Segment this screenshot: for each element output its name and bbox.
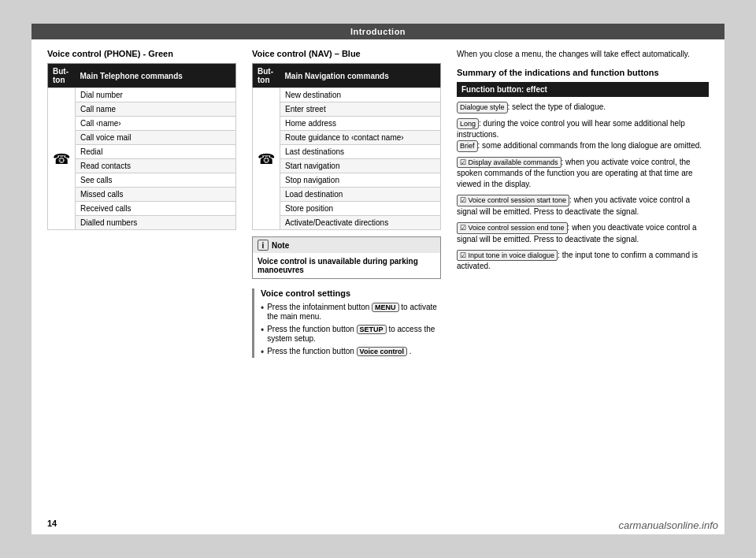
telephone-commands-table: But-ton Main Telephone commands ☎Dial nu… <box>47 63 236 230</box>
middle-column: Voice control (NAV) – Blue But-ton Main … <box>252 49 441 362</box>
button-badge: SETUP <box>357 325 387 334</box>
summary-item: ☑ Display available commands: when you a… <box>457 157 709 191</box>
bullet-icon: • <box>261 303 264 314</box>
header-bar: Introduction <box>32 24 724 39</box>
watermark: carmanualsonline.info <box>613 516 724 534</box>
checkbox-badge: ☑ Input tone in voice dialogue <box>457 250 558 262</box>
note-title: Note <box>272 241 289 250</box>
table-row: Enter street <box>280 102 441 117</box>
summary-item: ☑ Voice control session start tone: when… <box>457 195 709 218</box>
summary-item: ☑ Input tone in voice dialogue: the inpu… <box>457 250 709 273</box>
table-row: Activate/Deactivate directions <box>280 216 441 230</box>
voice-settings-title: Voice control settings <box>261 288 441 298</box>
left-section-title: Voice control (PHONE) - Green <box>47 49 236 58</box>
bullet-icon: • <box>261 325 264 336</box>
table-row: Read contacts <box>76 159 236 173</box>
nav-col2-header: Main Navigation commands <box>280 64 441 88</box>
summary-item: Long: during the voice control you will … <box>457 118 709 152</box>
table-row: Dialled numbers <box>76 216 236 230</box>
left-column: Voice control (PHONE) - Green But-ton Ma… <box>47 49 236 362</box>
table-row: See calls <box>76 173 236 188</box>
note-icon: i <box>258 240 269 251</box>
dialogue-style-badge: Dialogue style <box>457 102 508 113</box>
button-badge: Voice control <box>357 347 407 356</box>
long-badge: Long <box>457 118 479 130</box>
page-number: 14 <box>47 519 57 528</box>
summary-item: ☑ Voice control session end tone: when y… <box>457 222 709 245</box>
brief-badge: Brief <box>457 140 478 152</box>
table-row: Stop navigation <box>280 173 441 188</box>
table-row: Load destination <box>280 188 441 202</box>
checkbox-badge: ☑ Voice control session start tone <box>457 195 569 206</box>
note-header: i Note <box>253 237 440 253</box>
table-row: Last destinations <box>280 145 441 159</box>
table-row: Store position <box>280 202 441 216</box>
list-item: •Press the function button Voice control… <box>261 347 441 358</box>
intro-text: When you close a menu, the changes will … <box>457 49 709 60</box>
table-row: Missed calls <box>76 188 236 202</box>
checkbox-badge: ☑ Voice control session end tone <box>457 222 568 234</box>
voice-settings-list: •Press the infotainment button MENU to a… <box>261 303 441 358</box>
nav-icon-cell: ☎ <box>253 88 280 230</box>
middle-section-title: Voice control (NAV) – Blue <box>252 49 441 58</box>
voice-settings-box: Voice control settings •Press the infota… <box>252 288 441 358</box>
summary-item: Dialogue style: select the type of dialo… <box>457 102 709 113</box>
table-row: Dial number <box>76 88 236 102</box>
button-badge: MENU <box>372 303 399 312</box>
nav-col1-header: But-ton <box>253 64 280 88</box>
col2-header: Main Telephone commands <box>76 64 236 88</box>
table-row: Redial <box>76 145 236 159</box>
col1-header: But-ton <box>48 64 76 88</box>
table-row: Call name <box>76 102 236 117</box>
function-header: Function button: effect <box>457 82 709 97</box>
checkbox-badge: ☑ Display available commands <box>457 157 561 169</box>
nav-commands-table: But-ton Main Navigation commands ☎New de… <box>252 63 441 230</box>
table-row: Call voice mail <box>76 131 236 145</box>
summary-items-list: Dialogue style: select the type of dialo… <box>457 102 709 272</box>
table-row: New destination <box>280 88 441 102</box>
header-title: Introduction <box>350 27 406 36</box>
page: Introduction Voice control (PHONE) - Gre… <box>32 24 724 534</box>
table-row: Start navigation <box>280 159 441 173</box>
note-body: Voice control is unavailable during park… <box>253 253 440 278</box>
phone-icon-cell: ☎ <box>48 88 76 230</box>
note-box: i Note Voice control is unavailable duri… <box>252 236 441 279</box>
list-item: •Press the infotainment button MENU to a… <box>261 303 441 321</box>
table-row: Call ‹name› <box>76 117 236 131</box>
summary-title: Summary of the indications and function … <box>457 68 709 77</box>
right-column: When you close a menu, the changes will … <box>457 49 709 362</box>
table-row: Received calls <box>76 202 236 216</box>
table-row: Home address <box>280 117 441 131</box>
bullet-icon: • <box>261 347 264 358</box>
table-row: Route guidance to ‹contact name› <box>280 131 441 145</box>
list-item: •Press the function button SETUP to acce… <box>261 325 441 343</box>
